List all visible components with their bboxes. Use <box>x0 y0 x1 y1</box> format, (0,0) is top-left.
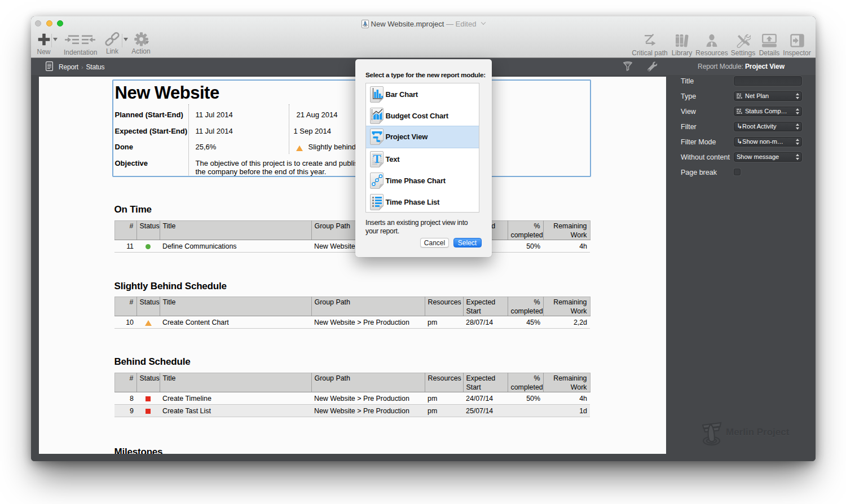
svg-text:T: T <box>373 152 381 165</box>
